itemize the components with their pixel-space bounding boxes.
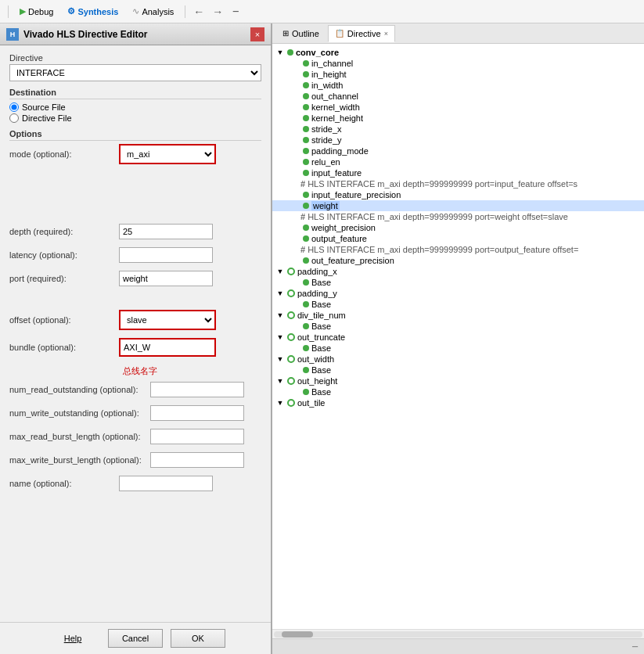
tree-item-hls_comment2[interactable]: #HLS INTERFACE m_axi depth=999999999 por… <box>272 211 644 222</box>
tree-item-out_width_base[interactable]: Base <box>272 365 644 376</box>
analysis-button[interactable]: ∿ Analysis <box>128 5 178 18</box>
max-write-input[interactable] <box>150 452 244 468</box>
dialog-title-icon: H <box>6 28 19 41</box>
tree-item-div_tile_num_base[interactable]: Base <box>272 321 644 332</box>
tree-item-padding_y_base[interactable]: Base <box>272 299 644 310</box>
tree-item-label-kernel_height: kernel_height <box>311 113 363 123</box>
tree-item-kernel_height[interactable]: kernel_height <box>272 113 644 124</box>
tree-item-input_feature[interactable]: input_feature <box>272 167 644 178</box>
bundle-input[interactable] <box>121 340 214 355</box>
bundle-field-row: bundle (optional): <box>9 338 261 357</box>
tree-item-label-padding_y_base: Base <box>311 300 331 309</box>
directive-select[interactable]: INTERFACE PIPELINE UNROLL ARRAY_PARTITIO… <box>9 64 261 81</box>
directive-editor-dialog: H Vivado HLS Directive Editor × Directiv… <box>0 23 272 654</box>
max-read-input[interactable] <box>150 429 244 444</box>
depth-input[interactable] <box>119 224 213 239</box>
green-circle-icon <box>287 289 295 297</box>
tab-directive-close[interactable]: × <box>384 30 388 38</box>
name-input[interactable] <box>119 476 213 491</box>
tree-item-output_feature[interactable]: output_feature <box>272 233 644 244</box>
tree-toggle-conv_core[interactable]: ▼ <box>275 48 285 57</box>
synthesis-button[interactable]: ⚙ Synthesis <box>63 5 123 18</box>
minimize-icon[interactable]: ─ <box>229 5 242 18</box>
green-dot-icon <box>303 257 309 264</box>
max-read-label: max_read_burst_length (optional): <box>9 432 150 441</box>
status-minimize[interactable]: ─ <box>632 642 638 651</box>
source-file-radio[interactable] <box>9 102 19 112</box>
cancel-button[interactable]: Cancel <box>108 629 163 648</box>
tree-item-padding_y[interactable]: ▼padding_y <box>272 288 644 299</box>
tree-item-conv_core[interactable]: ▼conv_core <box>272 47 644 58</box>
dialog-title-area: H Vivado HLS Directive Editor <box>6 28 148 41</box>
tree-item-label-hls_comment2: HLS INTERFACE m_axi depth=999999999 port… <box>308 212 568 221</box>
help-button[interactable]: Help <box>45 629 100 648</box>
scrollbar-track[interactable] <box>274 631 642 638</box>
tree-item-out_truncate_base[interactable]: Base <box>272 343 644 354</box>
num-read-input[interactable] <box>150 382 244 397</box>
tree-toggle-padding_x[interactable]: ▼ <box>275 267 285 276</box>
latency-input[interactable] <box>119 247 213 263</box>
tree-item-hls_comment3[interactable]: #HLS INTERFACE m_axi depth=999999999 por… <box>272 244 644 255</box>
tree-item-out_width[interactable]: ▼out_width <box>272 354 644 365</box>
tree-item-label-out_feature_precision: out_feature_precision <box>311 256 394 265</box>
tree-item-out_channel[interactable]: out_channel <box>272 91 644 102</box>
tab-bar: ⊞ Outline 📋 Directive × <box>272 23 644 44</box>
tree-item-padding_mode[interactable]: padding_mode <box>272 146 644 156</box>
tree-item-in_width[interactable]: in_width <box>272 80 644 91</box>
tree-item-weight[interactable]: weight <box>272 200 644 211</box>
tree-item-padding_x_base[interactable]: Base <box>272 277 644 288</box>
tree-item-label-out_truncate: out_truncate <box>297 332 345 342</box>
tree-item-label-conv_core: conv_core <box>296 48 339 57</box>
tree-toggle-out_truncate[interactable]: ▼ <box>275 332 285 342</box>
tab-outline[interactable]: ⊞ Outline <box>275 25 326 42</box>
tree-toggle-out_tile[interactable]: ▼ <box>275 398 285 408</box>
tree-item-stride_x[interactable]: stride_x <box>272 124 644 135</box>
tree-item-out_tile[interactable]: ▼out_tile <box>272 397 644 408</box>
tree-toggle-out_width[interactable]: ▼ <box>275 354 285 364</box>
green-circle-icon <box>287 355 295 363</box>
port-input[interactable] <box>119 271 213 286</box>
ok-button[interactable]: OK <box>171 629 225 648</box>
destination-section: Destination Source File Directive File <box>9 88 261 123</box>
tree-item-out_truncate[interactable]: ▼out_truncate <box>272 332 644 343</box>
num-write-label: num_write_outstanding (optional): <box>9 408 150 418</box>
back-arrow[interactable]: ← <box>192 5 206 19</box>
tree-item-relu_en[interactable]: relu_en <box>272 156 644 167</box>
forward-arrow[interactable]: → <box>210 5 225 19</box>
dialog-body: Directive INTERFACE PIPELINE UNROLL ARRA… <box>0 45 271 622</box>
tree-item-out_height_base[interactable]: Base <box>272 386 644 397</box>
tree-item-in_channel[interactable]: in_channel <box>272 58 644 69</box>
tree-item-input_feature_precision[interactable]: input_feature_precision <box>272 189 644 200</box>
debug-button[interactable]: ▶ Debug <box>15 5 58 18</box>
num-write-input[interactable] <box>150 405 244 421</box>
dialog-title-text: Vivado HLS Directive Editor <box>23 29 148 40</box>
directive-file-option[interactable]: Directive File <box>9 113 261 123</box>
green-dot-icon <box>303 367 309 373</box>
horizontal-scrollbar[interactable] <box>272 629 644 638</box>
tree-item-div_tile_num[interactable]: ▼div_tile_num <box>272 310 644 321</box>
tree-toggle-div_tile_num[interactable]: ▼ <box>275 311 285 320</box>
green-dot-icon <box>303 345 309 351</box>
tree-item-out_height[interactable]: ▼out_height <box>272 376 644 386</box>
mode-select[interactable]: m_axi s_axilite ap_none <box>121 146 214 163</box>
directive-file-radio[interactable] <box>9 113 19 123</box>
tree-item-stride_y[interactable]: stride_y <box>272 135 644 146</box>
tree-item-kernel_width[interactable]: kernel_width <box>272 102 644 113</box>
bundle-tooltip: 总线名字 <box>123 365 261 377</box>
tree-toggle-padding_y[interactable]: ▼ <box>275 289 285 298</box>
scrollbar-thumb[interactable] <box>282 631 313 638</box>
tree-item-out_feature_precision[interactable]: out_feature_precision <box>272 255 644 266</box>
offset-select[interactable]: slave direct off <box>121 311 214 329</box>
tab-directive[interactable]: 📋 Directive × <box>328 25 395 42</box>
tree-panel[interactable]: ▼conv_corein_channelin_heightin_widthout… <box>272 44 644 629</box>
tree-toggle-out_height[interactable]: ▼ <box>275 376 285 386</box>
tree-item-padding_x[interactable]: ▼padding_x <box>272 266 644 277</box>
tree-item-label-input_feature_precision: input_feature_precision <box>311 190 401 199</box>
tree-item-weight_precision[interactable]: weight_precision <box>272 222 644 233</box>
tree-item-in_height[interactable]: in_height <box>272 69 644 80</box>
source-file-option[interactable]: Source File <box>9 102 261 112</box>
dialog-close-button[interactable]: × <box>250 27 264 41</box>
tree-item-label-weight_precision: weight_precision <box>311 223 376 232</box>
tree-item-hls_comment1[interactable]: #HLS INTERFACE m_axi depth=999999999 por… <box>272 178 644 189</box>
tab-outline-label: Outline <box>292 29 319 38</box>
